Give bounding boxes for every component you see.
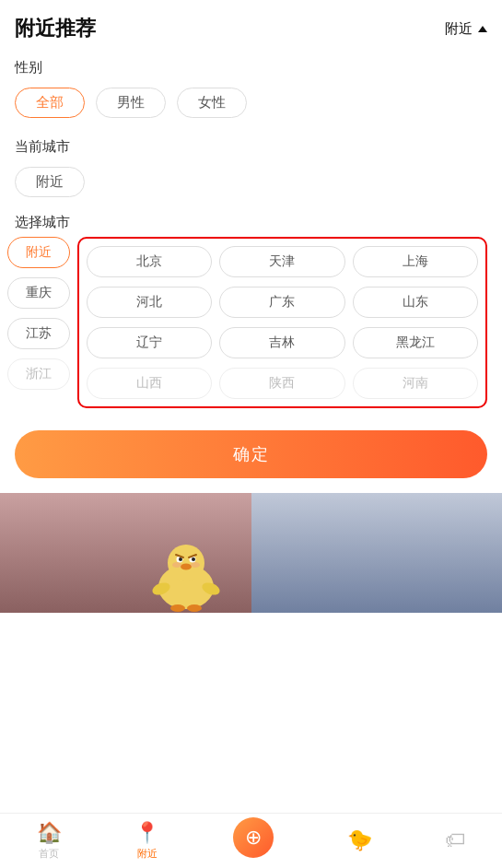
nav-item-center[interactable]: ⊕ <box>233 817 274 865</box>
center-icon: ⊕ <box>245 826 262 850</box>
extra-icon: 🏷 <box>445 828 465 852</box>
city-chip-heilongjiang[interactable]: 黑龙江 <box>353 327 478 358</box>
nav-label-nearby: 附近 <box>137 847 158 861</box>
nav-label-home: 首页 <box>39 847 59 861</box>
current-city-label: 当前城市 <box>0 129 502 161</box>
content-card-right[interactable] <box>251 493 503 613</box>
nav-item-home[interactable]: 🏠 首页 <box>37 821 62 861</box>
center-button[interactable]: ⊕ <box>233 817 274 858</box>
city-left-option-3[interactable]: 浙江 <box>7 358 70 390</box>
city-left-option-0[interactable]: 附近 <box>7 237 70 268</box>
city-chip-beijing[interactable]: 北京 <box>87 246 212 277</box>
current-city-chip[interactable]: 附近 <box>15 167 85 197</box>
city-chip-jilin[interactable]: 吉林 <box>219 327 344 358</box>
city-chip-shanghai[interactable]: 上海 <box>353 246 478 277</box>
nearby-icon: 📍 <box>134 821 159 845</box>
gender-label: 性别 <box>0 50 502 82</box>
city-grid-row-0: 北京 天津 上海 <box>87 246 478 277</box>
city-chip-liaoning[interactable]: 辽宁 <box>87 327 212 358</box>
city-left-option-1[interactable]: 重庆 <box>7 277 70 309</box>
gender-option-female[interactable]: 女性 <box>177 88 247 118</box>
location-label: 附近 <box>445 20 473 38</box>
city-selection-area: 附近 重庆 江苏 浙江 北京 天津 上海 河北 广东 山东 辽宁 吉林 黑龙江 … <box>0 237 502 419</box>
city-chip-shandong[interactable]: 山东 <box>353 287 478 318</box>
confirm-button[interactable]: 确定 <box>15 430 487 478</box>
city-left-column: 附近 重庆 江苏 浙江 <box>7 237 70 408</box>
city-chip-tianjin[interactable]: 天津 <box>219 246 344 277</box>
city-chip-shaanxi[interactable]: 陕西 <box>219 368 344 399</box>
content-card-left[interactable] <box>0 493 251 613</box>
city-grid: 北京 天津 上海 河北 广东 山东 辽宁 吉林 黑龙江 山西 陕西 河南 <box>77 237 487 408</box>
city-chip-hebei[interactable]: 河北 <box>87 287 212 318</box>
gender-option-all[interactable]: 全部 <box>15 88 85 118</box>
city-grid-row-2: 辽宁 吉林 黑龙江 <box>87 327 478 358</box>
content-cards <box>0 493 502 613</box>
nav-item-extra[interactable]: 🏷 <box>445 828 465 854</box>
confirm-button-wrapper: 确定 <box>0 419 502 493</box>
city-chip-guangdong[interactable]: 广东 <box>219 287 344 318</box>
page-title: 附近推荐 <box>15 15 96 42</box>
city-selection-label: 选择城市 <box>0 206 502 237</box>
mascot-icon: 🐤 <box>347 828 372 852</box>
nav-item-mascot[interactable]: 🐤 <box>347 828 372 854</box>
nav-item-nearby[interactable]: 📍 附近 <box>134 821 159 861</box>
gender-option-male[interactable]: 男性 <box>96 88 166 118</box>
home-icon: 🏠 <box>37 821 62 845</box>
chevron-up-icon <box>478 26 487 32</box>
bottom-nav: 🏠 首页 📍 附近 ⊕ 🐤 🏷 <box>0 813 502 868</box>
location-filter[interactable]: 附近 <box>445 20 487 38</box>
city-chip-henan[interactable]: 河南 <box>353 368 478 399</box>
city-chip-shanxi[interactable]: 山西 <box>87 368 212 399</box>
city-left-option-2[interactable]: 江苏 <box>7 318 70 349</box>
city-grid-row-1: 河北 广东 山东 <box>87 287 478 318</box>
header: 附近推荐 附近 <box>0 0 502 50</box>
gender-filter-row: 全部 男性 女性 <box>0 82 502 129</box>
current-city-row: 附近 <box>0 161 502 206</box>
city-grid-row-3: 山西 陕西 河南 <box>87 368 478 399</box>
